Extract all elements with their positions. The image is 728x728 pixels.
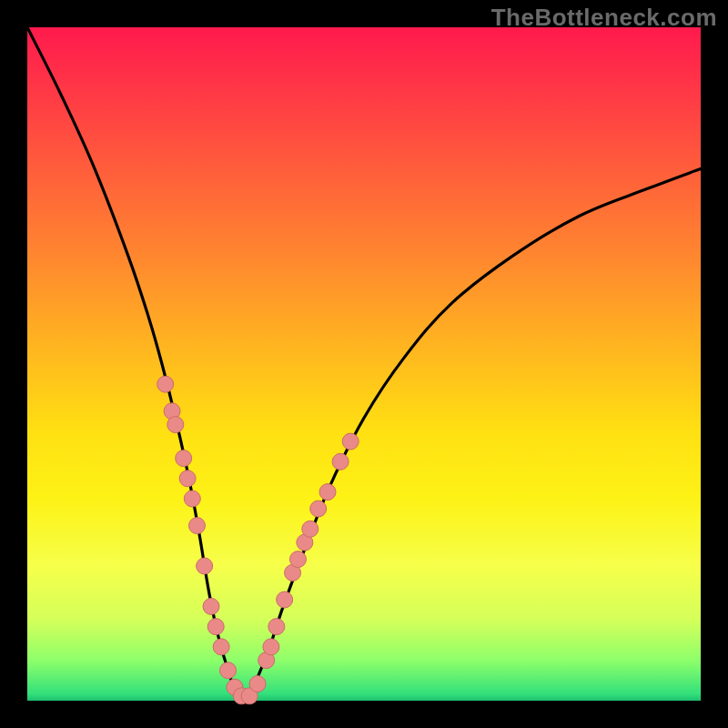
dot [263,639,279,655]
dot [310,500,327,517]
dot [207,619,224,635]
dot [167,417,184,433]
bottleneck-curve [27,27,701,697]
dot [289,551,306,568]
dot [188,518,205,534]
dot [157,376,174,392]
dot [302,521,318,537]
dot [319,484,336,500]
dot [268,619,285,635]
chart-frame: TheBottleneck.com [0,0,728,728]
dot [179,470,196,487]
dot [277,592,293,608]
chart-svg [27,27,701,701]
dot [203,598,219,614]
dot [332,453,349,470]
dot [342,433,359,450]
dot [176,450,192,467]
dot [249,676,266,693]
dot [197,558,213,574]
highlight-dots [157,376,359,704]
dot [220,662,237,679]
dot [213,639,229,655]
watermark-label: TheBottleneck.com [491,4,717,32]
dot [184,490,200,507]
